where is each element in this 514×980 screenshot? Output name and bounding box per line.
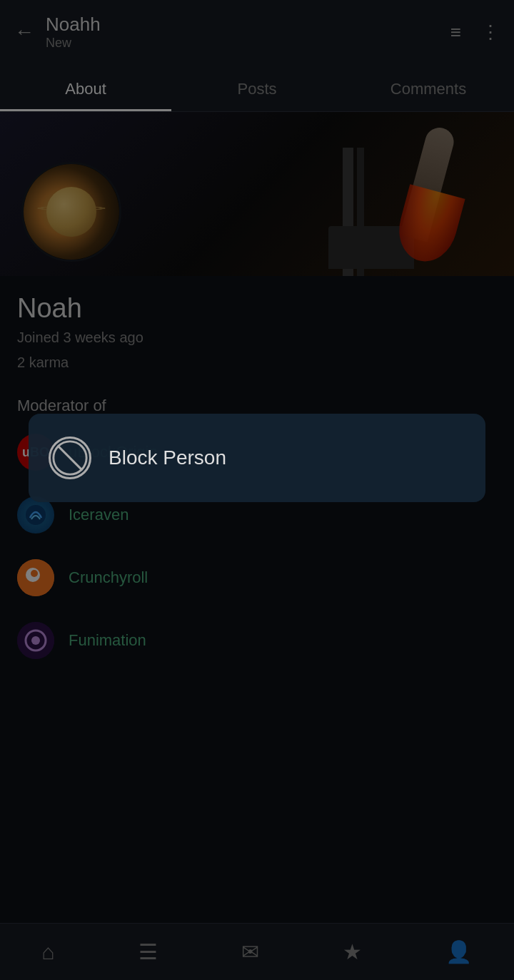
block-person-dialog: Block Person	[29, 414, 485, 502]
block-circle-icon	[51, 438, 89, 478]
block-icon	[49, 437, 91, 479]
block-person-label[interactable]: Block Person	[109, 446, 226, 469]
svg-line-8	[58, 446, 83, 471]
